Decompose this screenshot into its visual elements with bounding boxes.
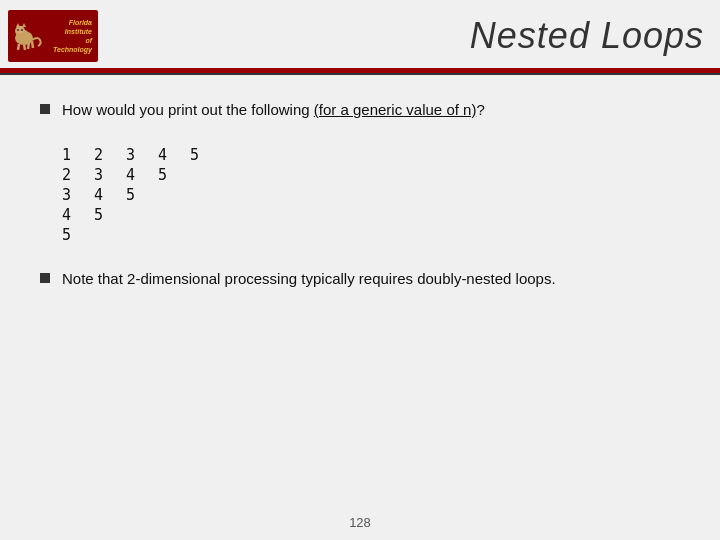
grid-row: 2345: [62, 166, 680, 184]
slide-title: Nested Loops: [470, 15, 704, 57]
number-grid: 123452345345455: [62, 146, 680, 244]
grid-cell: 3: [62, 186, 76, 204]
svg-marker-4: [16, 23, 20, 27]
divider: [0, 68, 720, 75]
bullet-item-1: How would you print out the following (f…: [40, 99, 680, 122]
grid-cell: 5: [158, 166, 172, 184]
bullet-text-1: How would you print out the following (f…: [62, 99, 485, 122]
bullet-text-2: Note that 2-dimensional processing typic…: [62, 268, 556, 291]
header: Florida Institute of Technology Nested L…: [0, 0, 720, 68]
grid-cell: 4: [94, 186, 108, 204]
page-number: 128: [349, 515, 371, 530]
grid-cell: 2: [94, 146, 108, 164]
svg-line-10: [28, 42, 29, 49]
grid-cell: 4: [62, 206, 76, 224]
bullet1-prefix: How would you print out the following: [62, 101, 314, 118]
bullet-square-2: [40, 273, 50, 283]
logo-box: Florida Institute of Technology: [8, 10, 98, 62]
grid-row: 345: [62, 186, 680, 204]
svg-point-6: [17, 29, 19, 31]
bullet-item-2: Note that 2-dimensional processing typic…: [40, 268, 680, 291]
bullet1-underline: (for a generic value of n): [314, 101, 477, 118]
grid-cell: 5: [62, 226, 76, 244]
svg-point-7: [21, 29, 23, 31]
grid-cell: 1: [62, 146, 76, 164]
grid-row: 5: [62, 226, 680, 244]
grid-row: 12345: [62, 146, 680, 164]
logo-area: Florida Institute of Technology: [8, 10, 98, 62]
svg-line-8: [18, 44, 19, 50]
bullet-square-1: [40, 104, 50, 114]
grid-cell: 5: [126, 186, 140, 204]
footer: 128: [0, 507, 720, 540]
grid-cell: 5: [94, 206, 108, 224]
grid-cell: 5: [190, 146, 204, 164]
grid-row: 45: [62, 206, 680, 224]
svg-marker-5: [22, 23, 26, 27]
panther-icon: [12, 20, 44, 52]
grid-cell: 2: [62, 166, 76, 184]
svg-line-11: [32, 41, 33, 48]
content-area: How would you print out the following (f…: [0, 75, 720, 507]
grid-cell: 4: [158, 146, 172, 164]
slide: Florida Institute of Technology Nested L…: [0, 0, 720, 540]
grid-cell: 4: [126, 166, 140, 184]
grid-cell: 3: [126, 146, 140, 164]
svg-line-9: [24, 44, 25, 50]
bullet1-suffix: ?: [476, 101, 484, 118]
grid-cell: 3: [94, 166, 108, 184]
